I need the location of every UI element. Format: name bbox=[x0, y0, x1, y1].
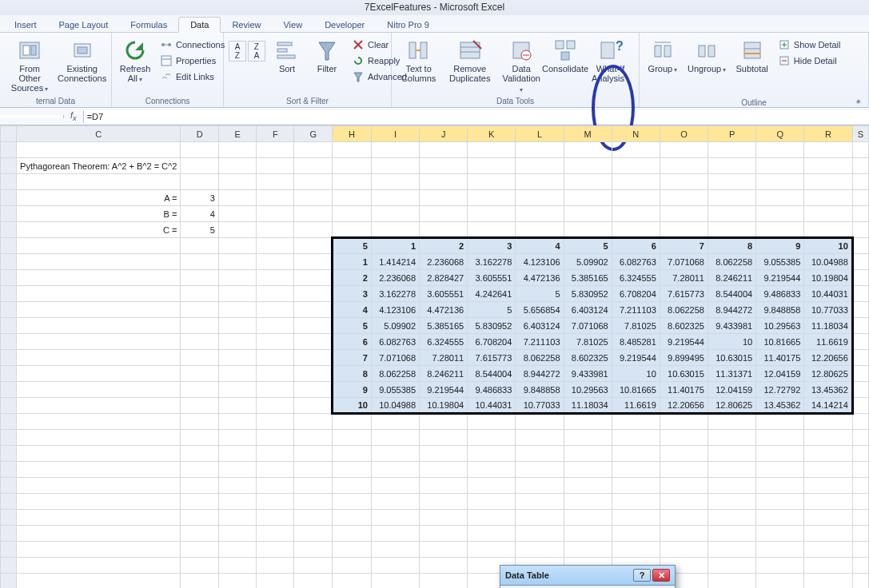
cell-F19[interactable] bbox=[257, 430, 294, 446]
col-header-H[interactable]: H bbox=[333, 126, 372, 142]
cell-D22[interactable] bbox=[181, 478, 219, 494]
dialog-close-button[interactable]: ✕ bbox=[652, 569, 670, 582]
cell-G4[interactable] bbox=[294, 190, 333, 206]
row-header-5[interactable] bbox=[1, 206, 17, 222]
cell-H20[interactable] bbox=[333, 446, 372, 462]
cell-M4[interactable] bbox=[564, 190, 612, 206]
cell-R4[interactable] bbox=[804, 190, 853, 206]
cell-Q26[interactable] bbox=[756, 542, 804, 558]
cell-E15[interactable] bbox=[218, 366, 256, 382]
cell-F24[interactable] bbox=[257, 510, 294, 526]
cell-S7[interactable] bbox=[852, 238, 868, 254]
cell-L25[interactable] bbox=[516, 526, 564, 542]
cell-M18[interactable] bbox=[564, 414, 612, 430]
cell-K3[interactable] bbox=[468, 174, 516, 190]
cell-G8[interactable] bbox=[294, 254, 333, 270]
cell-Q3[interactable] bbox=[756, 174, 804, 190]
properties-button[interactable]: Properties bbox=[157, 54, 228, 68]
cell-I14[interactable]: 7.071068 bbox=[371, 350, 419, 366]
cell-P2[interactable] bbox=[708, 158, 755, 174]
cell-R18[interactable] bbox=[804, 414, 853, 430]
cell-F2[interactable] bbox=[257, 158, 294, 174]
cell-D17[interactable] bbox=[181, 398, 219, 414]
cell-R16[interactable]: 13.45362 bbox=[804, 382, 853, 398]
cell-H13[interactable]: 6 bbox=[333, 334, 372, 350]
cell-I3[interactable] bbox=[371, 174, 419, 190]
cell-O9[interactable]: 7.28011 bbox=[660, 270, 708, 286]
cell-P13[interactable]: 10 bbox=[708, 334, 755, 350]
cell-N12[interactable]: 7.81025 bbox=[612, 318, 660, 334]
col-header-L[interactable]: L bbox=[516, 126, 564, 142]
cell-R6[interactable] bbox=[804, 222, 853, 238]
cell-C28[interactable] bbox=[17, 574, 181, 589]
row-header-22[interactable] bbox=[1, 478, 17, 494]
row-header-19[interactable] bbox=[1, 430, 17, 446]
cell-L16[interactable]: 9.848858 bbox=[516, 382, 564, 398]
cell-H18[interactable] bbox=[333, 414, 372, 430]
cell-F21[interactable] bbox=[257, 462, 294, 478]
data-validation-button[interactable]: Data Validation bbox=[499, 36, 544, 96]
cell-H10[interactable]: 3 bbox=[333, 286, 372, 302]
remove-duplicates-button[interactable]: Remove Duplicates bbox=[444, 36, 496, 85]
cell-D21[interactable] bbox=[181, 462, 219, 478]
cell-I2[interactable] bbox=[371, 158, 419, 174]
row-header-24[interactable] bbox=[1, 510, 17, 526]
cell-C19[interactable] bbox=[17, 430, 181, 446]
cell-G7[interactable] bbox=[294, 238, 333, 254]
cell-R17[interactable]: 14.14214 bbox=[804, 398, 853, 414]
cell-L24[interactable] bbox=[516, 510, 564, 526]
row-header-23[interactable] bbox=[1, 494, 17, 510]
cell-F16[interactable] bbox=[257, 382, 294, 398]
cell-M1[interactable] bbox=[564, 142, 612, 158]
cell-M21[interactable] bbox=[564, 462, 612, 478]
cell-P20[interactable] bbox=[708, 446, 755, 462]
row-header-6[interactable] bbox=[1, 222, 17, 238]
cell-S19[interactable] bbox=[852, 430, 868, 446]
tab-data[interactable]: Data bbox=[178, 17, 221, 33]
cell-H6[interactable] bbox=[333, 222, 372, 238]
text-to-columns-button[interactable]: Text to Columns bbox=[397, 36, 440, 85]
cell-E18[interactable] bbox=[218, 414, 256, 430]
cell-C25[interactable] bbox=[17, 526, 181, 542]
cell-E27[interactable] bbox=[218, 558, 256, 574]
cell-S24[interactable] bbox=[852, 510, 868, 526]
cell-F6[interactable] bbox=[257, 222, 294, 238]
cell-G21[interactable] bbox=[294, 462, 333, 478]
cell-N19[interactable] bbox=[612, 430, 660, 446]
cell-D19[interactable] bbox=[181, 430, 219, 446]
cell-K1[interactable] bbox=[468, 142, 516, 158]
select-all[interactable] bbox=[1, 126, 17, 142]
ungroup-button[interactable]: Ungroup bbox=[684, 36, 729, 76]
row-header-27[interactable] bbox=[1, 558, 17, 574]
col-header-K[interactable]: K bbox=[468, 126, 516, 142]
cell-J17[interactable]: 10.19804 bbox=[420, 398, 468, 414]
cell-K16[interactable]: 9.486833 bbox=[468, 382, 516, 398]
cell-Q6[interactable] bbox=[756, 222, 804, 238]
cell-K25[interactable] bbox=[468, 526, 516, 542]
cell-J21[interactable] bbox=[420, 462, 468, 478]
cell-C17[interactable] bbox=[17, 398, 181, 414]
cell-M15[interactable]: 9.433981 bbox=[564, 366, 612, 382]
cell-F9[interactable] bbox=[257, 270, 294, 286]
cell-C21[interactable] bbox=[17, 462, 181, 478]
cell-O4[interactable] bbox=[660, 190, 708, 206]
cell-G16[interactable] bbox=[294, 382, 333, 398]
tab-page-layout[interactable]: Page Layout bbox=[48, 18, 120, 32]
cell-C26[interactable] bbox=[17, 542, 181, 558]
cell-E12[interactable] bbox=[218, 318, 256, 334]
cell-S4[interactable] bbox=[852, 190, 868, 206]
cell-K9[interactable]: 3.605551 bbox=[468, 270, 516, 286]
cell-F26[interactable] bbox=[257, 542, 294, 558]
cell-R5[interactable] bbox=[804, 206, 853, 222]
cell-L21[interactable] bbox=[516, 462, 564, 478]
cell-N21[interactable] bbox=[612, 462, 660, 478]
cell-P22[interactable] bbox=[708, 478, 755, 494]
cell-E20[interactable] bbox=[218, 446, 256, 462]
cell-G5[interactable] bbox=[294, 206, 333, 222]
cell-L12[interactable]: 6.403124 bbox=[516, 318, 564, 334]
cell-J18[interactable] bbox=[420, 414, 468, 430]
cell-K20[interactable] bbox=[468, 446, 516, 462]
cell-N22[interactable] bbox=[612, 478, 660, 494]
cell-O15[interactable]: 10.63015 bbox=[660, 366, 708, 382]
cell-G3[interactable] bbox=[294, 174, 333, 190]
